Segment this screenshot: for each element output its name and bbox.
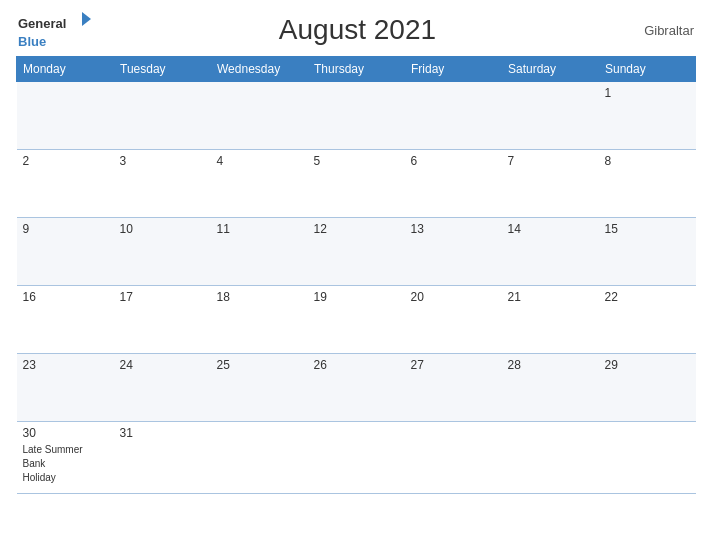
calendar-cell: 6 — [405, 150, 502, 218]
calendar-cell: 31 — [114, 422, 211, 494]
day-number: 30 — [23, 426, 108, 440]
week-row-2: 2345678 — [17, 150, 696, 218]
calendar-cell — [114, 82, 211, 150]
week-row-1: 1 — [17, 82, 696, 150]
event-label: Late Summer Bank Holiday — [23, 444, 83, 483]
calendar-cell: 12 — [308, 218, 405, 286]
day-number: 28 — [508, 358, 593, 372]
header-tuesday: Tuesday — [114, 57, 211, 82]
calendar-cell — [308, 82, 405, 150]
calendar-cell — [211, 422, 308, 494]
header-monday: Monday — [17, 57, 114, 82]
day-number: 25 — [217, 358, 302, 372]
calendar-cell: 21 — [502, 286, 599, 354]
calendar-cell: 16 — [17, 286, 114, 354]
day-number: 3 — [120, 154, 205, 168]
calendar-cell: 1 — [599, 82, 696, 150]
svg-marker-0 — [82, 12, 91, 26]
calendar-cell: 11 — [211, 218, 308, 286]
logo-flag-icon — [73, 10, 91, 28]
calendar-cell: 25 — [211, 354, 308, 422]
day-number: 5 — [314, 154, 399, 168]
day-number: 14 — [508, 222, 593, 236]
calendar-cell — [17, 82, 114, 150]
day-number: 26 — [314, 358, 399, 372]
calendar-cell: 23 — [17, 354, 114, 422]
day-number: 16 — [23, 290, 108, 304]
day-number: 15 — [605, 222, 690, 236]
day-number: 12 — [314, 222, 399, 236]
day-number: 4 — [217, 154, 302, 168]
day-number: 23 — [23, 358, 108, 372]
calendar-cell: 19 — [308, 286, 405, 354]
calendar-cell: 30Late Summer Bank Holiday — [17, 422, 114, 494]
day-number: 18 — [217, 290, 302, 304]
day-number: 31 — [120, 426, 205, 440]
calendar-cell: 20 — [405, 286, 502, 354]
day-number: 2 — [23, 154, 108, 168]
calendar-cell — [405, 422, 502, 494]
calendar-container: General Blue August 2021 Gibraltar Monda… — [0, 0, 712, 550]
week-row-3: 9101112131415 — [17, 218, 696, 286]
calendar-cell — [502, 422, 599, 494]
header-saturday: Saturday — [502, 57, 599, 82]
calendar-cell — [211, 82, 308, 150]
calendar-cell: 14 — [502, 218, 599, 286]
calendar-cell: 28 — [502, 354, 599, 422]
week-row-6: 30Late Summer Bank Holiday31 — [17, 422, 696, 494]
day-number: 24 — [120, 358, 205, 372]
header-wednesday: Wednesday — [211, 57, 308, 82]
calendar-cell: 2 — [17, 150, 114, 218]
calendar-cell: 22 — [599, 286, 696, 354]
calendar-cell: 8 — [599, 150, 696, 218]
calendar-cell: 9 — [17, 218, 114, 286]
calendar-header: General Blue August 2021 Gibraltar — [16, 10, 696, 50]
calendar-cell: 10 — [114, 218, 211, 286]
calendar-cell: 27 — [405, 354, 502, 422]
day-number: 17 — [120, 290, 205, 304]
header-friday: Friday — [405, 57, 502, 82]
month-title: August 2021 — [91, 14, 624, 46]
calendar-cell: 18 — [211, 286, 308, 354]
week-row-4: 16171819202122 — [17, 286, 696, 354]
logo-blue-text: Blue — [18, 34, 46, 49]
calendar-cell — [405, 82, 502, 150]
day-number: 22 — [605, 290, 690, 304]
day-number: 8 — [605, 154, 690, 168]
day-number: 9 — [23, 222, 108, 236]
calendar-cell: 26 — [308, 354, 405, 422]
calendar-cell: 17 — [114, 286, 211, 354]
weekday-header-row: Monday Tuesday Wednesday Thursday Friday… — [17, 57, 696, 82]
calendar-cell — [502, 82, 599, 150]
day-number: 10 — [120, 222, 205, 236]
day-number: 21 — [508, 290, 593, 304]
day-number: 1 — [605, 86, 690, 100]
header-thursday: Thursday — [308, 57, 405, 82]
calendar-cell: 24 — [114, 354, 211, 422]
calendar-cell: 4 — [211, 150, 308, 218]
calendar-cell: 5 — [308, 150, 405, 218]
week-row-5: 23242526272829 — [17, 354, 696, 422]
calendar-cell — [308, 422, 405, 494]
calendar-cell: 3 — [114, 150, 211, 218]
day-number: 20 — [411, 290, 496, 304]
day-number: 13 — [411, 222, 496, 236]
day-number: 7 — [508, 154, 593, 168]
day-number: 27 — [411, 358, 496, 372]
day-number: 11 — [217, 222, 302, 236]
calendar-cell — [599, 422, 696, 494]
location: Gibraltar — [624, 23, 694, 38]
calendar-cell: 29 — [599, 354, 696, 422]
day-number: 6 — [411, 154, 496, 168]
calendar-cell: 13 — [405, 218, 502, 286]
logo-general-text: General — [18, 16, 66, 31]
header-sunday: Sunday — [599, 57, 696, 82]
day-number: 19 — [314, 290, 399, 304]
logo: General Blue — [18, 10, 91, 50]
calendar-table: Monday Tuesday Wednesday Thursday Friday… — [16, 56, 696, 494]
calendar-cell: 7 — [502, 150, 599, 218]
day-number: 29 — [605, 358, 690, 372]
calendar-cell: 15 — [599, 218, 696, 286]
